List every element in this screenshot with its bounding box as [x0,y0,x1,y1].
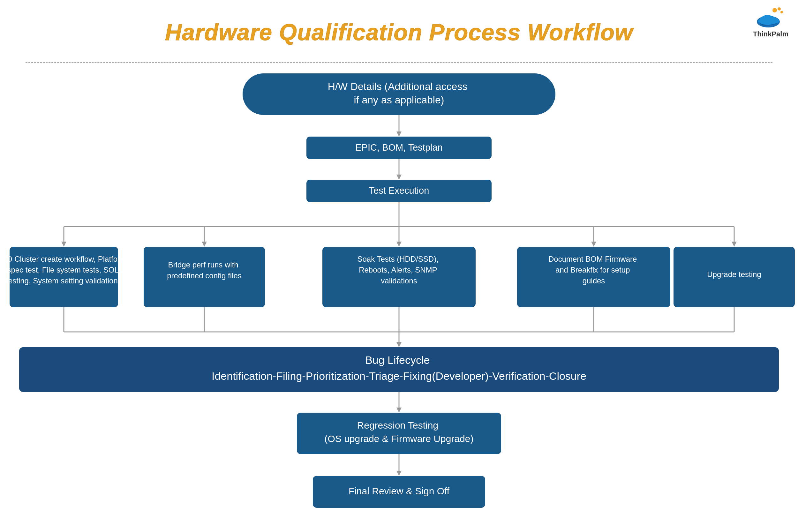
svg-marker-15 [61,242,66,247]
svg-marker-36 [396,342,402,347]
hw-details-line2: if any as applicable) [354,94,444,106]
hw-details-line1: H/W Details (Additional access [328,81,467,92]
workflow-svg: H/W Details (Additional access if any as… [0,64,798,524]
branch5-text: Upgrade testing [707,270,761,279]
svg-marker-17 [202,242,207,247]
branch1-text: ISO Cluster create workflow, Platform sp… [0,255,129,285]
svg-marker-23 [732,242,737,247]
svg-marker-21 [591,242,596,247]
svg-point-3 [780,11,783,14]
svg-point-1 [773,8,777,13]
epic-bom-text: EPIC, BOM, Testplan [355,142,442,153]
svg-marker-42 [396,471,402,476]
svg-point-2 [778,7,781,11]
final-review-text: Final Review & Sign Off [348,486,450,496]
svg-marker-10 [396,175,402,180]
test-execution-text: Test Execution [369,185,429,196]
svg-marker-19 [396,242,402,247]
svg-marker-39 [396,407,402,413]
divider [25,62,773,63]
page-container: ThinkPalm Hardware Qualification Process… [0,0,798,532]
page-title: Hardware Qualification Process Workflow [0,19,798,45]
svg-marker-7 [396,132,402,137]
